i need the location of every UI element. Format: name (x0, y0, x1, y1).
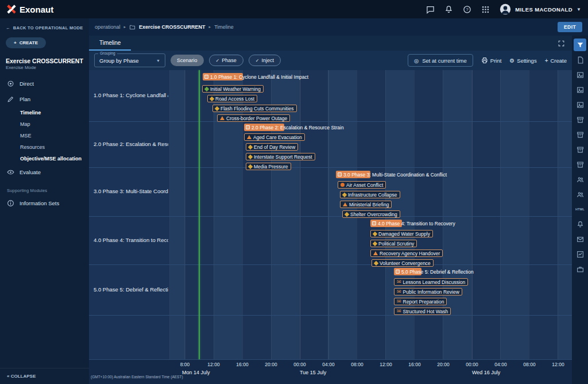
timeline-item[interactable]: Air Asset Conflict (338, 181, 386, 189)
chip-inject[interactable]: ✓ Inject (249, 55, 281, 66)
timeline-item[interactable]: ✉ Report Preparation (394, 298, 447, 305)
timeline-item[interactable]: Infrastructure Collapse (340, 191, 400, 198)
archive-icon[interactable] (574, 128, 586, 141)
mail-icon: ✉ (397, 289, 401, 294)
plan-label: Plan (20, 96, 30, 102)
item-label: End of Day Review (254, 144, 295, 150)
timeline-item[interactable]: Flash Flooding Cuts Communities (212, 105, 297, 112)
phase-row-label[interactable]: 5.0 Phase 5: Debrief & Reflection (94, 286, 168, 293)
back-to-operational-link[interactable]: ← BACK TO OPERATIONAL MODE (0, 18, 89, 34)
briefcase-icon[interactable] (574, 263, 586, 275)
timeline-item[interactable]: Road Access Lost (207, 95, 257, 102)
breadcrumb-operational[interactable]: operational (95, 24, 121, 30)
chart-icon[interactable] (574, 248, 586, 260)
sidebar-item-map[interactable]: Map (0, 118, 89, 130)
phase-label-column: 1.0 Phase 1: Cyclone Landfall & Initia..… (89, 70, 170, 359)
row-separator (89, 216, 572, 217)
timeline-item[interactable]: Recovery Agency Handover (370, 249, 443, 257)
settings-button[interactable]: ⚙ Settings (509, 57, 536, 64)
warning-triangle-icon (247, 135, 252, 139)
phase-row-label[interactable]: 4.0 Phase 4: Transition to Recovery (94, 237, 168, 243)
timeline-item[interactable]: End of Day Review (246, 143, 298, 151)
notifications-icon[interactable] (444, 5, 453, 14)
sidebar-item-plan[interactable]: Plan (0, 91, 89, 107)
timeline-item[interactable]: Political Scrutiny (370, 240, 417, 247)
sidebar-item-mse[interactable]: MSE (0, 130, 89, 141)
timeline-item[interactable]: ✉ Public Information Review (394, 288, 462, 295)
item-label: Public Information Review (403, 289, 459, 295)
phase-bar-label: 1.0 Phase 1: Cyclone Landfall & Initial … (210, 74, 308, 80)
user-menu[interactable]: MILES MACDONALD ▼ (500, 3, 581, 15)
grouping-select[interactable]: Grouping Group by Phase ▼ (94, 53, 165, 67)
timeline-item[interactable]: Interstate Support Request (246, 153, 315, 160)
archive-icon[interactable] (574, 158, 586, 171)
help-icon[interactable]: ? (463, 5, 471, 14)
image-icon[interactable] (574, 83, 586, 96)
edit-button[interactable]: EDIT (558, 22, 582, 32)
timeline-item[interactable]: Damaged Water Supply (370, 230, 433, 237)
apps-icon[interactable] (481, 5, 490, 14)
time-tick: 12:00 (552, 362, 564, 367)
timeline-item[interactable]: Initial Weather Warning (202, 85, 264, 93)
timeline-item[interactable]: Shelter Overcrowding (342, 210, 400, 218)
timezone-label: (GMT+10:00) Australian Eastern Standard … (91, 375, 183, 379)
phase-bar[interactable]: 2.0 Phase 2: Escalation & Resource Strai… (244, 124, 344, 131)
diamond-icon (248, 144, 253, 149)
timeline-item[interactable]: ✉ Structured Hot Wash (394, 308, 451, 315)
phase-row-label[interactable]: 3.0 Phase 3: Multi-State Coordination... (94, 188, 168, 194)
phase-bar[interactable]: 5.0 Phase 5: Debrief & Reflection (394, 268, 474, 275)
archive-icon[interactable] (574, 113, 586, 126)
chip-scenario[interactable]: Scenario (171, 55, 204, 66)
exercise-title: Exercise CROSSCURRENT (0, 51, 89, 65)
collapse-sidebar-button[interactable]: « COLLAPSE (0, 368, 89, 384)
people-icon[interactable] (574, 173, 586, 186)
mail-icon[interactable] (574, 233, 586, 245)
timeline-item[interactable]: Aged Care Evacuation (244, 133, 305, 141)
print-button[interactable]: Print (481, 57, 502, 64)
sidebar-item-timeline[interactable]: Timeline (0, 107, 89, 118)
breadcrumb-exercise[interactable]: Exercise CROSSCURRENT (139, 24, 206, 30)
breadcrumb-timeline[interactable]: Timeline (214, 24, 234, 30)
create-button[interactable]: + CREATE (6, 37, 46, 48)
bell-icon[interactable] (574, 218, 586, 231)
chip-phase[interactable]: ✓ Phase (209, 55, 243, 66)
item-label: Shelter Overcrowding (350, 212, 397, 217)
time-tick: 00:00 (293, 362, 305, 367)
back-arrow-icon: ← (6, 25, 10, 30)
filter-icon[interactable] (574, 39, 586, 51)
row-separator (89, 167, 572, 168)
image-icon[interactable] (574, 68, 586, 81)
phase-bar[interactable]: 4.0 Phase 4: Transition to Recovery (370, 220, 455, 227)
set-current-time-button[interactable]: ◎ Set at current time (408, 54, 473, 67)
timeline-item[interactable]: Media Pressure (246, 163, 291, 170)
diamond-icon (373, 231, 377, 236)
chat-icon[interactable] (426, 5, 435, 14)
sidebar-item-resources[interactable]: Resources (0, 141, 89, 153)
phase-bar[interactable]: 3.0 Phase 3: Multi-State Coordination & … (336, 171, 447, 178)
timeline-item[interactable]: ✉ Lessons Learned Discussion (394, 278, 468, 286)
day-boundary-line (300, 70, 300, 359)
phase-row-label[interactable]: 1.0 Phase 1: Cyclone Landfall & Initia..… (94, 92, 168, 98)
archive-icon[interactable] (574, 143, 586, 156)
image-icon[interactable] (574, 98, 586, 111)
people-icon[interactable] (574, 188, 586, 201)
html-icon[interactable]: HTML (574, 203, 586, 216)
phase-bar[interactable]: 1.0 Phase 1: Cyclone Landfall & Initial … (203, 73, 308, 80)
tab-timeline[interactable]: Timeline (89, 36, 131, 51)
sidebar-item-information-sets[interactable]: Information Sets (0, 195, 89, 211)
sidebar-item-direct[interactable]: Direct (0, 76, 89, 91)
time-tick: 12:00 (207, 362, 219, 367)
phase-row-label[interactable]: 2.0 Phase 2: Escalation & Resource S... (94, 141, 168, 147)
exercise-mode-label: Exercise Mode (0, 65, 89, 76)
time-tick: 16:00 (408, 362, 420, 367)
create-inject-button[interactable]: + Create (545, 57, 567, 64)
set-current-time-label: Set at current time (422, 57, 467, 64)
fullscreen-icon[interactable] (558, 40, 565, 47)
gantt-canvas[interactable]: 1.0 Phase 1: Cyclone Landfall & Initial … (170, 70, 572, 359)
timeline-item[interactable]: Volunteer Convergence (372, 259, 434, 267)
sidebar-item-objective-mse-allocation[interactable]: Objective/MSE allocation (0, 153, 89, 164)
timeline-item[interactable]: Cross-border Power Outage (217, 114, 290, 122)
document-icon[interactable] (574, 53, 586, 66)
timeline-item[interactable]: Ministerial Briefing (340, 201, 392, 208)
sidebar-item-evaluate[interactable]: Evaluate (0, 164, 89, 180)
